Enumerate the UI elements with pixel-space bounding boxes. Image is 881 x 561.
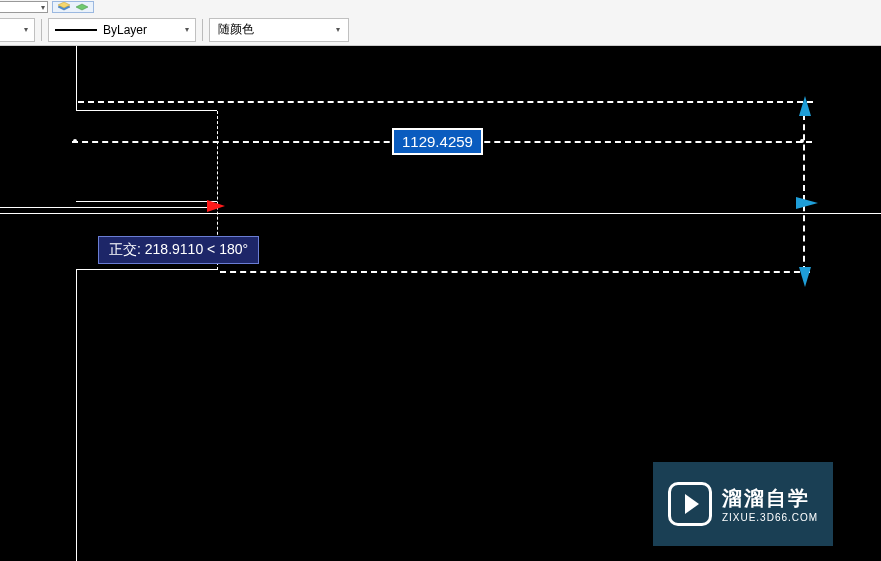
geometry-line <box>0 207 216 208</box>
watermark-title: 溜溜自学 <box>722 485 818 512</box>
watermark-text: 溜溜自学 ZIXUE.3D66.COM <box>722 485 818 523</box>
svg-marker-2 <box>796 197 818 209</box>
svg-marker-1 <box>799 96 811 116</box>
layer-dropdown[interactable]: er ▾ <box>0 18 35 42</box>
chevron-down-icon: ▾ <box>336 25 340 34</box>
color-dropdown[interactable]: 随颜色 ▾ <box>209 18 349 42</box>
drawing-canvas[interactable]: 1129.4259 正交: 218.9110 < 180° 溜溜自学 <box>0 46 881 561</box>
tracking-line <box>220 271 810 273</box>
geometry-line <box>76 269 77 561</box>
svg-marker-0 <box>207 200 225 212</box>
toolbar-row-1: ▾ <box>0 0 881 14</box>
layers-icon[interactable] <box>56 2 72 12</box>
play-icon <box>668 482 712 526</box>
color-label: 随颜色 <box>218 21 254 38</box>
layer-tools-group <box>52 1 94 13</box>
geometry-line <box>76 46 77 110</box>
geometry-line <box>76 201 217 202</box>
geometry-line <box>76 269 217 270</box>
geometry-line <box>0 213 881 214</box>
ortho-tooltip: 正交: 218.9110 < 180° <box>98 236 259 264</box>
linetype-dropdown[interactable]: ByLayer ▾ <box>48 18 196 42</box>
chevron-down-icon: ▾ <box>41 3 45 12</box>
ortho-text: 正交: 218.9110 < 180° <box>109 241 248 257</box>
linetype-label: ByLayer <box>103 23 147 37</box>
geometry-line <box>76 110 217 111</box>
watermark: 溜溜自学 ZIXUE.3D66.COM <box>653 462 833 546</box>
snap-point <box>73 139 77 143</box>
cursor-arrow-icon <box>203 197 225 218</box>
dimension-arrow-down-icon <box>797 265 813 290</box>
svg-marker-3 <box>799 267 811 287</box>
dimension-arrow-right-icon <box>796 194 818 215</box>
separator <box>202 19 203 41</box>
small-dropdown[interactable]: ▾ <box>0 1 48 13</box>
dimension-value: 1129.4259 <box>402 133 473 150</box>
dimension-input[interactable]: 1129.4259 <box>392 128 483 155</box>
dimension-arrow-up-icon <box>797 96 813 121</box>
watermark-url: ZIXUE.3D66.COM <box>722 512 818 523</box>
linetype-preview <box>55 29 97 31</box>
chevron-down-icon: ▾ <box>185 25 189 34</box>
tracking-line <box>78 101 813 103</box>
separator <box>41 19 42 41</box>
toolbar-row-2: er ▾ ByLayer ▾ 随颜色 ▾ <box>0 14 881 46</box>
layer-state-icon[interactable] <box>74 2 90 12</box>
chevron-down-icon: ▾ <box>24 25 28 34</box>
tracking-line <box>803 114 805 272</box>
